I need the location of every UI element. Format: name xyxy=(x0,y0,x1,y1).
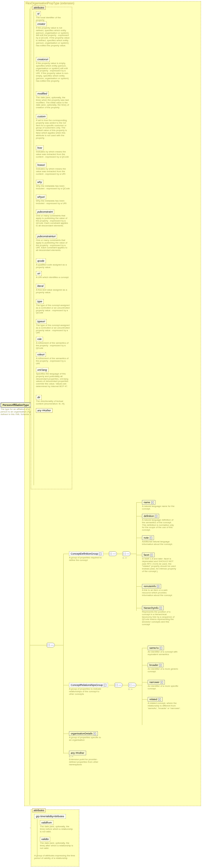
attr-validto[interactable]: validto xyxy=(40,837,50,841)
elem-name[interactable]: name+ xyxy=(142,500,156,505)
sequence-compositor[interactable] xyxy=(47,643,55,647)
attr-creatoruri[interactable]: creatoruri xyxy=(36,57,49,62)
attr-uri[interactable]: uri xyxy=(36,271,42,276)
group-timevalidity[interactable]: grp timeValidityAttributes xyxy=(34,814,66,818)
attr-roleuri[interactable]: roleuri xyxy=(36,352,46,357)
expand-icon[interactable]: + xyxy=(157,585,159,588)
attr-xmllang[interactable]: xml:lang xyxy=(36,368,48,372)
attr-pubconstraint[interactable]: pubconstraint xyxy=(36,210,54,214)
expand-icon[interactable]: − xyxy=(99,553,102,555)
elem-broader[interactable]: broader+ xyxy=(148,663,163,667)
extension-title: FlexOrganisationPropType (extension) xyxy=(26,2,74,5)
expand-icon[interactable]: + xyxy=(159,664,162,666)
expand-icon[interactable]: + xyxy=(151,501,154,504)
elem-remoteinfo[interactable]: remoteInfo+ xyxy=(142,584,161,589)
expand-icon[interactable]: + xyxy=(159,607,162,610)
attr-id[interactable]: id xyxy=(36,11,41,16)
expand-icon[interactable]: + xyxy=(160,647,162,649)
expand-icon[interactable]: + xyxy=(161,681,163,684)
attr-how[interactable]: how xyxy=(36,146,44,150)
group-cdg[interactable]: ConceptDefinitionGroup − xyxy=(69,552,103,556)
expand-icon[interactable]: − xyxy=(104,684,106,686)
sequence-compositor[interactable] xyxy=(114,683,123,687)
group-crg[interactable]: ConceptRelationshipsGroup − xyxy=(69,683,108,687)
sequence-compositor[interactable] xyxy=(128,683,136,687)
expand-icon[interactable]: + xyxy=(150,554,153,556)
expand-icon[interactable]: + xyxy=(155,515,157,518)
attr-literal[interactable]: literal xyxy=(36,284,45,288)
attr-pubconstrainturi[interactable]: pubconstrainturi xyxy=(36,234,57,239)
attr-creator[interactable]: creator xyxy=(36,22,47,26)
attr-custom[interactable]: custom xyxy=(36,114,47,119)
attr-typeuri[interactable]: typeuri xyxy=(36,319,46,324)
expand-icon[interactable]: + xyxy=(158,698,161,701)
attr-qcode[interactable]: qcode xyxy=(36,258,46,263)
elem-facet[interactable]: facet+ xyxy=(142,553,155,557)
elem-related[interactable]: related+ xyxy=(148,697,163,702)
root-type-label: PersonAffiliationType xyxy=(3,404,29,406)
attr-type[interactable]: type xyxy=(36,299,44,304)
attr-role[interactable]: role xyxy=(36,337,43,341)
expand-icon[interactable]: + xyxy=(150,537,152,539)
attr-why[interactable]: why xyxy=(36,180,43,184)
attr-anyother[interactable]: any ##other xyxy=(36,408,53,413)
sequence-compositor[interactable] xyxy=(109,552,117,556)
elem-narrower[interactable]: narrower+ xyxy=(148,680,165,684)
attr-dir[interactable]: dir xyxy=(36,395,42,400)
sequence-compositor[interactable] xyxy=(123,552,131,556)
elem-note[interactable]: note+ xyxy=(142,535,154,540)
elem-definition[interactable]: definition+ xyxy=(142,514,159,518)
elem-sameas[interactable]: sameAs+ xyxy=(148,646,164,650)
elem-hierarchyinfo[interactable]: hierarchyInfo+ xyxy=(142,606,164,610)
attributes-label: attributes xyxy=(32,808,46,812)
attr-modified[interactable]: modified xyxy=(36,91,48,96)
attr-validfrom[interactable]: validfrom xyxy=(40,820,53,825)
attr-whyuri[interactable]: whyuri xyxy=(36,195,46,199)
elem-anyother[interactable]: any ##other xyxy=(69,751,86,755)
attr-howuri[interactable]: howuri xyxy=(36,163,46,167)
root-type[interactable]: PersonAffiliationType − xyxy=(1,402,34,408)
attributes-label: attributes xyxy=(32,6,46,10)
expand-icon[interactable]: + xyxy=(94,733,96,735)
elem-orgdetails[interactable]: organisationDetails+ xyxy=(69,731,98,736)
